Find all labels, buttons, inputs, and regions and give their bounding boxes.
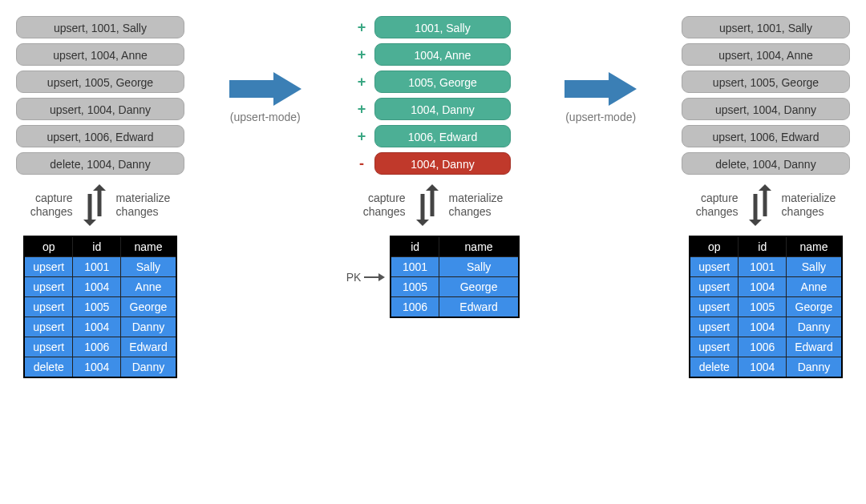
list-item: +1005, George <box>349 71 517 93</box>
table-row: delete1004Danny <box>24 357 176 378</box>
list-item: upsert, 1004, Danny <box>682 98 850 120</box>
list-item: upsert, 1006, Edward <box>682 125 850 147</box>
table-row: upsert1001Sally <box>690 257 841 277</box>
capture-label: capture changes <box>30 192 73 219</box>
minus-icon: - <box>355 155 368 172</box>
table-row: 1001Sally <box>391 257 519 277</box>
list-item: upsert, 1004, Anne <box>682 43 850 66</box>
col-header: id <box>739 236 787 257</box>
right-exchange: capture changes materialize changes <box>696 184 836 226</box>
list-item: delete, 1004, Danny <box>16 152 184 175</box>
arrow-label: (upsert-mode) <box>230 111 301 123</box>
mid-table-wrap: PK id name 1001Sally 1005George 1006Edwa… <box>346 236 520 318</box>
capture-label: capture changes <box>363 192 406 219</box>
arrow-right-small-icon <box>364 272 385 283</box>
arrow-right-icon <box>229 72 301 106</box>
left-table: op id name upsert1001Sally upsert1004Ann… <box>23 236 176 378</box>
arrow-2: (upsert-mode) <box>565 72 637 123</box>
plus-icon: + <box>355 128 368 145</box>
table-row: upsert1005George <box>24 297 176 317</box>
capture-label: capture changes <box>696 192 739 219</box>
plus-icon: + <box>355 46 368 63</box>
left-exchange: capture changes materialize changes <box>30 184 171 226</box>
table-row: upsert1006Edward <box>24 337 176 357</box>
svg-marker-3 <box>416 220 429 226</box>
svg-marker-0 <box>83 220 96 226</box>
list-item: upsert, 1004, Anne <box>16 43 184 66</box>
list-item: upsert, 1001, Sally <box>682 16 850 38</box>
list-item: upsert, 1004, Danny <box>16 98 184 120</box>
col-header: name <box>787 236 842 257</box>
table-row: upsert1006Edward <box>690 337 841 357</box>
list-item: upsert, 1005, George <box>682 71 850 93</box>
right-column: upsert, 1001, Sally upsert, 1004, Anne u… <box>682 16 850 378</box>
arrow-1: (upsert-mode) <box>229 72 301 123</box>
svg-marker-2 <box>229 72 301 106</box>
mid-exchange: capture changes materialize changes <box>363 184 504 226</box>
list-item: +1004, Anne <box>349 43 517 66</box>
table-row: delete1004Danny <box>690 357 841 378</box>
table-row: upsert1004Anne <box>24 277 176 297</box>
list-item: delete, 1004, Danny <box>682 152 850 175</box>
arrow-right-icon <box>565 72 637 106</box>
svg-marker-1 <box>93 184 106 191</box>
double-arrow-icon <box>747 184 774 226</box>
table-row: upsert1001Sally <box>24 257 176 277</box>
right-pill-stack: upsert, 1001, Sally upsert, 1004, Anne u… <box>682 16 850 175</box>
table-row: upsert1004Danny <box>24 317 176 337</box>
list-item: +1006, Edward <box>349 125 517 147</box>
list-item: -1004, Danny <box>349 152 517 175</box>
list-item: upsert, 1001, Sally <box>16 16 184 38</box>
list-item: upsert, 1006, Edward <box>16 125 184 147</box>
table-row: upsert1004Anne <box>690 277 841 297</box>
table-row: upsert1005George <box>690 297 841 317</box>
svg-marker-7 <box>565 72 637 106</box>
left-pill-stack: upsert, 1001, Sally upsert, 1004, Anne u… <box>16 16 184 175</box>
col-header: id <box>73 236 121 257</box>
col-header: op <box>690 236 738 257</box>
list-item: +1004, Danny <box>349 98 517 120</box>
svg-marker-9 <box>759 184 771 191</box>
plus-icon: + <box>355 19 368 36</box>
table-row: 1006Edward <box>391 297 519 318</box>
diagram-root: upsert, 1001, Sally upsert, 1004, Anne u… <box>16 16 850 378</box>
left-column: upsert, 1001, Sally upsert, 1004, Anne u… <box>16 16 184 378</box>
materialize-label: materialize changes <box>449 192 504 219</box>
pk-label: PK <box>346 271 386 284</box>
list-item: +1001, Sally <box>349 16 517 38</box>
col-header: op <box>24 236 72 257</box>
double-arrow-icon <box>414 184 441 226</box>
materialize-label: materialize changes <box>782 192 836 219</box>
double-arrow-icon <box>81 184 108 226</box>
table-row: 1005George <box>391 277 519 297</box>
svg-marker-8 <box>749 220 762 226</box>
plus-icon: + <box>355 101 368 118</box>
arrow-label: (upsert-mode) <box>565 111 636 123</box>
materialize-label: materialize changes <box>116 192 171 219</box>
svg-marker-4 <box>426 184 439 191</box>
svg-marker-6 <box>378 273 385 281</box>
table-row: upsert1004Danny <box>690 317 841 337</box>
col-header: name <box>121 236 176 257</box>
list-item: upsert, 1005, George <box>16 71 184 93</box>
mid-pill-stack: +1001, Sally +1004, Anne +1005, George +… <box>349 16 517 175</box>
mid-table: id name 1001Sally 1005George 1006Edward <box>390 236 520 318</box>
right-table: op id name upsert1001Sally upsert1004Ann… <box>689 236 842 378</box>
middle-column: +1001, Sally +1004, Anne +1005, George +… <box>346 16 520 318</box>
col-header: id <box>391 236 439 257</box>
plus-icon: + <box>355 74 368 91</box>
col-header: name <box>439 236 519 257</box>
